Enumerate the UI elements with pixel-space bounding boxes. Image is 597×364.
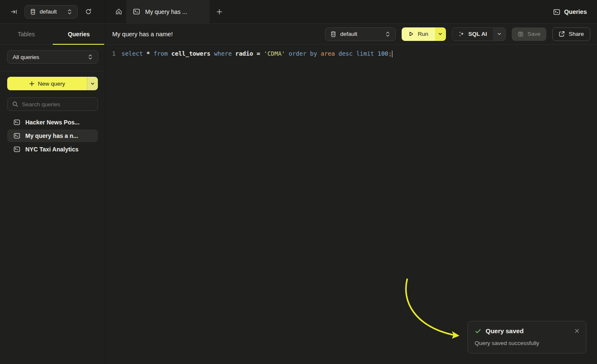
sidebar-tabs: Tables Queries [0,24,105,45]
code-token: ; [388,50,392,57]
toast-title: Query saved [486,327,524,334]
queries-menu-label: Queries [564,8,587,15]
code-token: select [122,50,146,57]
select-updown-icon [67,9,72,15]
tab-tables[interactable]: Tables [0,24,53,44]
code-token: where [214,50,235,57]
sql-ai-button[interactable]: SQL AI [452,28,493,40]
new-query-button[interactable]: New query [7,77,87,90]
query-item-label: Hacker News Pos... [25,119,79,126]
code-line: 1 select * from cell_towers where radio … [105,49,597,58]
check-icon [475,328,481,334]
new-tab-icon[interactable] [213,5,226,18]
tab-my-query[interactable]: My query has ... [126,0,210,23]
run-label: Run [418,31,428,37]
code-token: area [321,50,338,57]
select-updown-icon [88,54,93,60]
database-selector[interactable]: default [24,5,78,19]
code-token: 100 [378,50,388,57]
home-icon[interactable] [112,5,125,18]
code-token: cell_towers [171,50,214,57]
queries-icon [553,8,560,16]
query-item-label: My query has a n... [25,132,78,139]
sidebar-filter-section: All queries [0,45,105,71]
code-token: * [146,50,154,57]
code-token: order by [289,50,321,57]
code-token: limit [356,50,378,57]
sidebar: Tables Queries All queries [0,24,105,364]
share-button[interactable]: Share [552,27,590,41]
refresh-icon[interactable] [82,5,95,18]
tab-bar: My query has ... Queries [105,0,597,24]
tab-queries-label: Queries [68,31,90,38]
new-query-split-button: New query [7,77,98,90]
code-token: = [257,50,264,57]
tab-label: My query has ... [145,8,187,15]
code-token: from [154,50,171,57]
queries-filter-select[interactable]: All queries [7,50,98,64]
query-list: Hacker News Pos... My query has a n... [7,116,98,156]
toast-header: Query saved [475,327,579,334]
query-item-label: NYC Taxi Analytics [25,146,78,153]
main-panel: My query has a name! default [105,24,597,364]
query-header: My query has a name! default [105,24,597,45]
sql-ai-dropdown-button[interactable] [493,28,505,40]
queries-menu-button[interactable]: Queries [553,0,587,24]
run-split-button: Run [402,27,446,41]
search-queries-input[interactable] [22,101,93,108]
save-label: Save [527,31,540,37]
query-toolbar: default Run [325,27,590,41]
top-bar-left: default [0,0,105,24]
sql-ai-label: SQL AI [468,31,487,37]
code-line-tokens: select * from cell_towers where radio = … [122,49,392,58]
sidebar-body: New query [0,71,105,161]
query-title[interactable]: My query has a name! [112,31,173,38]
queries-filter-value: All queries [13,54,84,60]
top-bar: default [0,0,597,24]
query-icon [133,8,140,15]
select-updown-icon [385,31,390,37]
database-icon [30,9,36,15]
new-query-label: New query [38,81,65,87]
query-list-item-selected[interactable]: My query has a n... [7,129,98,142]
sql-console-app: default [0,0,597,364]
database-icon [330,31,336,37]
query-icon [14,132,20,139]
share-icon [559,31,565,37]
code-token: 'CDMA' [264,50,289,57]
share-label: Share [569,31,584,37]
query-list-item[interactable]: Hacker News Pos... [7,116,98,129]
run-dropdown-button[interactable] [435,27,446,41]
collapse-sidebar-icon[interactable] [8,5,20,18]
database-selector-value: default [40,8,63,15]
new-query-dropdown-button[interactable] [87,77,98,90]
line-number: 1 [105,49,122,58]
toolbar-database-value: default [340,31,381,37]
run-button[interactable]: Run [402,27,435,41]
toolbar-database-selector[interactable]: default [325,27,396,41]
close-icon[interactable] [575,329,579,333]
tab-tables-label: Tables [18,31,35,38]
sql-editor[interactable]: 1 select * from cell_towers where radio … [105,45,597,58]
code-token: desc [338,50,356,57]
sql-ai-split-button: SQL AI [452,27,506,41]
query-icon [14,146,20,153]
sparkles-icon [458,31,465,37]
toast-message: Query saved successfully [475,340,579,346]
play-icon [408,31,414,37]
query-list-item[interactable]: NYC Taxi Analytics [7,143,98,156]
save-icon [518,31,524,37]
save-button[interactable]: Save [512,27,546,41]
code-token: radio [235,50,257,57]
query-icon [14,119,20,126]
tab-queries[interactable]: Queries [53,24,105,44]
search-queries-box [7,97,98,111]
search-icon [12,101,18,107]
toast-query-saved: Query saved Query saved successfully [467,321,586,353]
text-cursor [392,51,393,57]
plus-icon [29,81,35,86]
